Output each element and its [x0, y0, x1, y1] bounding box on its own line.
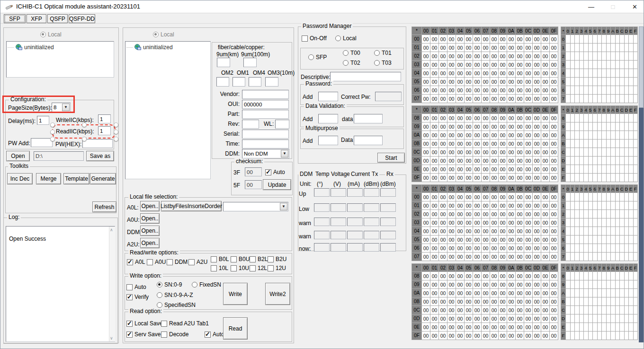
- ascii-cell[interactable]: [607, 244, 611, 252]
- hex-cell[interactable]: 00: [499, 148, 507, 156]
- ascii-cell[interactable]: [602, 236, 606, 244]
- hex-cell[interactable]: 00: [456, 61, 464, 69]
- ascii-cell[interactable]: [593, 323, 597, 331]
- hex-cell[interactable]: 00: [516, 218, 524, 227]
- ascii-cell[interactable]: [634, 314, 638, 323]
- ascii-cell[interactable]: [625, 165, 629, 173]
- hex-cell[interactable]: 00: [447, 314, 456, 323]
- hex-cell[interactable]: 00: [439, 332, 447, 340]
- hex-cell[interactable]: 00: [516, 131, 524, 139]
- hex-cell[interactable]: 00: [439, 78, 447, 86]
- ascii-cell[interactable]: [629, 174, 633, 182]
- dv-data-field[interactable]: [354, 114, 383, 123]
- ascii-cell[interactable]: [571, 44, 575, 52]
- hex-cell[interactable]: 00: [473, 280, 481, 288]
- ascii-cell[interactable]: [625, 236, 629, 244]
- ascii-cell[interactable]: [584, 35, 588, 43]
- hex-cell[interactable]: 00: [524, 218, 532, 227]
- ascii-cell[interactable]: [620, 131, 624, 139]
- hex-cell[interactable]: 00: [430, 297, 438, 305]
- hex-cell[interactable]: 00: [507, 69, 515, 77]
- hex-cell[interactable]: 00: [430, 157, 438, 165]
- ascii-cell[interactable]: [616, 95, 620, 103]
- hex-cell[interactable]: 00: [541, 148, 549, 156]
- ascii-cell[interactable]: [611, 52, 615, 60]
- rw-checkbox-b2u[interactable]: B2U: [268, 256, 286, 262]
- hex-cell[interactable]: 00: [516, 86, 524, 94]
- hex-cell[interactable]: 00: [422, 332, 430, 340]
- hex-cell[interactable]: 00: [447, 61, 456, 69]
- ascii-cell[interactable]: [593, 122, 597, 131]
- ascii-cell[interactable]: [598, 122, 602, 131]
- ascii-cell[interactable]: [580, 193, 584, 201]
- hex-cell[interactable]: 00: [439, 272, 447, 280]
- ascii-cell[interactable]: [634, 253, 638, 261]
- ascii-cell[interactable]: [575, 227, 579, 235]
- ascii-cell[interactable]: [629, 86, 633, 94]
- hex-cell[interactable]: 00: [541, 165, 549, 173]
- write2-button[interactable]: Write2: [265, 283, 290, 305]
- file-select-combo[interactable]: ▼: [223, 202, 288, 211]
- hex-cell[interactable]: 00: [422, 289, 430, 297]
- ascii-cell[interactable]: [602, 44, 606, 52]
- ascii-cell[interactable]: [584, 140, 588, 148]
- ascii-cell[interactable]: [634, 157, 638, 165]
- hex-cell[interactable]: 00: [533, 52, 541, 60]
- hex-cell[interactable]: 00: [473, 78, 481, 86]
- hex-cell[interactable]: 00: [482, 332, 490, 340]
- hex-cell[interactable]: 00: [447, 201, 456, 209]
- ascii-cell[interactable]: [602, 52, 606, 60]
- ddm-value-r4-c4[interactable]: [380, 243, 396, 252]
- ascii-cell[interactable]: [616, 114, 620, 122]
- ascii-cell[interactable]: [625, 140, 629, 148]
- checksum-auto-checkbox[interactable]: Auto: [265, 169, 285, 175]
- ascii-cell[interactable]: [593, 114, 597, 122]
- hex-cell[interactable]: 00: [447, 69, 456, 77]
- hex-cell[interactable]: 00: [499, 52, 507, 60]
- ascii-cell[interactable]: [634, 323, 638, 331]
- hex-cell[interactable]: 00: [447, 280, 456, 288]
- hex-cell[interactable]: 00: [439, 236, 447, 244]
- hex-cell[interactable]: 00: [465, 218, 473, 227]
- ascii-cell[interactable]: [634, 52, 638, 60]
- ascii-cell[interactable]: [634, 272, 638, 280]
- ascii-cell[interactable]: [571, 35, 575, 43]
- hex-cell[interactable]: 00: [541, 52, 549, 60]
- hex-cell[interactable]: 00: [439, 95, 447, 103]
- delay-field[interactable]: 1: [37, 116, 49, 125]
- hex-cell[interactable]: 00: [439, 297, 447, 305]
- ascii-cell[interactable]: [611, 297, 615, 305]
- ascii-cell[interactable]: [602, 289, 606, 297]
- ascii-cell[interactable]: [620, 86, 624, 94]
- hex-cell[interactable]: 00: [499, 157, 507, 165]
- ascii-cell[interactable]: [566, 140, 570, 148]
- ascii-cell[interactable]: [593, 201, 597, 209]
- hex-cell[interactable]: 00: [490, 289, 498, 297]
- ascii-cell[interactable]: [566, 323, 570, 331]
- fiber-om2-field[interactable]: [216, 77, 229, 87]
- ascii-cell[interactable]: [616, 148, 620, 156]
- ascii-cell[interactable]: [611, 289, 615, 297]
- ascii-cell[interactable]: [616, 244, 620, 252]
- ascii-cell[interactable]: [598, 314, 602, 323]
- rw-checkbox-a2u[interactable]: A2U: [188, 259, 207, 265]
- hex-cell[interactable]: 00: [439, 52, 447, 60]
- ascii-cell[interactable]: [602, 122, 606, 131]
- hex-cell[interactable]: 00: [507, 95, 515, 103]
- hex-cell[interactable]: 00: [507, 227, 515, 235]
- hex-cell[interactable]: 00: [430, 218, 438, 227]
- hex-cell[interactable]: 00: [490, 122, 498, 131]
- hex-cell[interactable]: 00: [499, 114, 507, 122]
- hex-cell[interactable]: 00: [456, 193, 464, 201]
- hex-cell[interactable]: 00: [473, 236, 481, 244]
- hex-cell[interactable]: 00: [465, 157, 473, 165]
- hex-cell[interactable]: 00: [473, 140, 481, 148]
- ascii-cell[interactable]: [620, 157, 624, 165]
- ddm-value-r0-c2[interactable]: [347, 188, 363, 197]
- ddm-value-r1-c3[interactable]: [364, 203, 379, 212]
- hex-cell[interactable]: 00: [541, 78, 549, 86]
- hex-cell[interactable]: 00: [524, 165, 532, 173]
- hex-cell[interactable]: 00: [447, 35, 456, 43]
- ascii-cell[interactable]: [625, 227, 629, 235]
- hex-cell[interactable]: 00: [465, 323, 473, 331]
